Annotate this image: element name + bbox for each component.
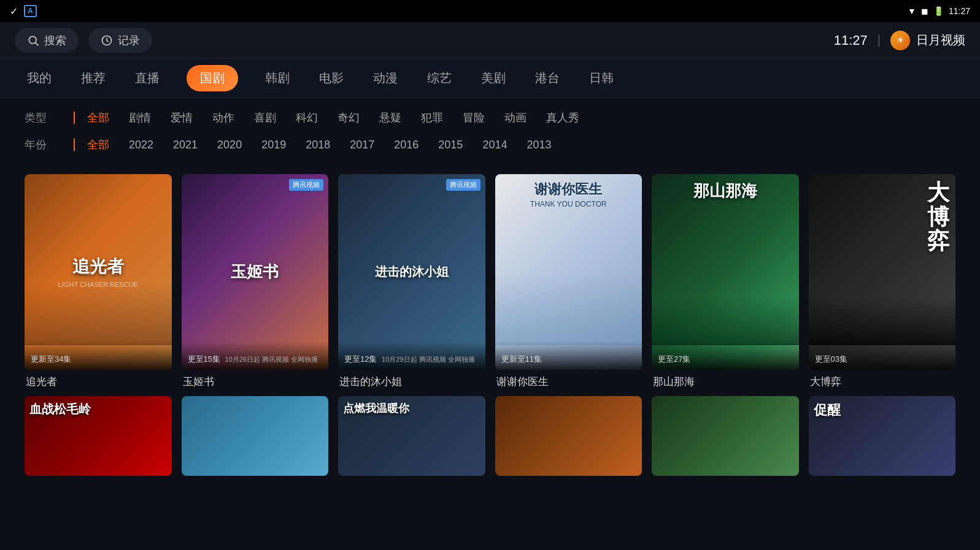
year-filter-label: 年份	[25, 137, 61, 152]
show-title-5: 那山那海	[652, 375, 799, 389]
category-tabs: 我的 推荐 直播 国剧 韩剧 电影 动漫 综艺 美剧 港台 日韩	[0, 59, 980, 98]
show-poster-10	[495, 396, 642, 476]
show-card-9[interactable]: 点燃我温暖你	[338, 396, 485, 476]
type-filter-options: 全部 剧情 爱情 动作 喜剧 科幻 奇幻 悬疑 犯罪 冒险 动画 真人秀	[87, 110, 579, 125]
nav-divider: |	[878, 33, 881, 47]
tab-chinese[interactable]: 国剧	[187, 65, 238, 91]
type-realityshow[interactable]: 真人秀	[546, 110, 579, 125]
show-grid-row2: 血战松毛岭 点燃我温暖你 促醒	[25, 396, 955, 476]
type-adventure[interactable]: 冒险	[463, 110, 485, 125]
year-2021[interactable]: 2021	[173, 139, 198, 151]
year-filter-divider	[74, 139, 75, 151]
show-poster-1: 追光者 LIGHT CHASER RESCUE 更新至34集	[25, 174, 172, 370]
show-poster-inner-1: 追光者 LIGHT CHASER RESCUE	[25, 174, 172, 370]
year-2013[interactable]: 2013	[527, 139, 551, 151]
show-card-4[interactable]: 谢谢你医生 THANK YOU DOCTOR 更新至11集 谢谢你医生	[495, 174, 642, 389]
year-filter-options: 全部 2022 2021 2020 2019 2018 2017 2016 20…	[87, 137, 551, 152]
show-card-12[interactable]: 促醒	[809, 396, 956, 476]
top-nav: 搜索 记录 11:27 | ☀ 日月视频	[0, 22, 980, 59]
show-card-2[interactable]: 腾讯视频 玉姬书 更至15集 10月26日起 腾讯视频 全网独播 玉姬书	[182, 174, 329, 389]
tab-live[interactable]: 直播	[133, 65, 162, 91]
show-card-8[interactable]	[182, 396, 329, 476]
tab-recommend[interactable]: 推荐	[79, 65, 108, 91]
type-all[interactable]: 全部	[87, 110, 109, 125]
type-mystery[interactable]: 悬疑	[379, 110, 401, 125]
show-badge-6: 更至03集	[809, 342, 956, 370]
top-nav-right: 11:27 | ☀ 日月视频	[834, 31, 965, 50]
show-poster-4: 谢谢你医生 THANK YOU DOCTOR 更新至11集	[495, 174, 642, 370]
type-crime[interactable]: 犯罪	[421, 110, 443, 125]
year-2016[interactable]: 2016	[394, 139, 419, 151]
type-comedy[interactable]: 喜剧	[254, 110, 276, 125]
tab-anime[interactable]: 动漫	[371, 65, 400, 91]
show-card-11[interactable]	[652, 396, 799, 476]
year-2022[interactable]: 2022	[129, 139, 153, 151]
year-2015[interactable]: 2015	[438, 139, 463, 151]
show-title-2: 玉姬书	[182, 375, 329, 389]
show-badge-2: 更至15集 10月26日起 腾讯视频 全网独播	[182, 342, 329, 370]
show-badge-5: 更至27集	[652, 342, 799, 370]
show-card-5[interactable]: 那山那海 更至27集 那山那海	[652, 174, 799, 389]
type-filter-divider	[74, 112, 75, 124]
type-filter-row: 类型 全部 剧情 爱情 动作 喜剧 科幻 奇幻 悬疑 犯罪 冒险 动画 真人秀	[25, 104, 955, 131]
type-scifi[interactable]: 科幻	[296, 110, 318, 125]
content-area: 追光者 LIGHT CHASER RESCUE 更新至34集 追光者 腾讯视频	[0, 164, 980, 486]
show-card-3[interactable]: 腾讯视频 进击的沐小姐 更至12集 10月29日起 腾讯视频 全网独播 进击的沐…	[338, 174, 485, 389]
svg-line-1	[35, 42, 38, 45]
type-fantasy[interactable]: 奇幻	[338, 110, 360, 125]
show-card-7[interactable]: 血战松毛岭	[25, 396, 172, 476]
tab-us[interactable]: 美剧	[479, 65, 508, 91]
show-poster-3: 腾讯视频 进击的沐小姐 更至12集 10月29日起 腾讯视频 全网独播	[338, 174, 485, 370]
brand-icon: ☀	[890, 31, 910, 50]
show-title-1: 追光者	[25, 375, 172, 389]
history-button[interactable]: 记录	[88, 28, 152, 53]
nav-time: 11:27	[834, 32, 868, 48]
type-action[interactable]: 动作	[212, 110, 234, 125]
history-label: 记录	[118, 33, 140, 48]
type-filter-label: 类型	[25, 110, 61, 125]
search-label: 搜索	[44, 33, 66, 48]
wifi-icon: ▼	[908, 6, 916, 16]
show-poster-11	[652, 396, 799, 476]
tab-variety[interactable]: 综艺	[425, 65, 454, 91]
year-2019[interactable]: 2019	[261, 139, 286, 151]
show-poster-inner-4: 谢谢你医生 THANK YOU DOCTOR	[495, 174, 642, 370]
show-card-6[interactable]: 大博弈 更至03集 大博弈	[809, 174, 956, 389]
tab-movie[interactable]: 电影	[317, 65, 346, 91]
year-2020[interactable]: 2020	[217, 139, 242, 151]
show-title-6: 大博弈	[809, 375, 956, 389]
status-bar-left: ✓ A	[10, 5, 37, 17]
history-icon	[101, 34, 113, 47]
year-filter-row: 年份 全部 2022 2021 2020 2019 2018 2017 2016…	[25, 131, 955, 158]
show-poster-inner-2: 腾讯视频 玉姬书	[182, 174, 329, 370]
brand-logo: ☀ 日月视频	[890, 31, 965, 50]
show-badge-3: 更至12集 10月29日起 腾讯视频 全网独播	[338, 342, 485, 370]
tab-japkor[interactable]: 日韩	[587, 65, 616, 91]
signal-icon: ◼	[921, 6, 928, 16]
tab-korean[interactable]: 韩剧	[263, 65, 292, 91]
tab-my[interactable]: 我的	[25, 65, 54, 91]
show-card-10[interactable]	[495, 396, 642, 476]
show-poster-inner-3: 腾讯视频 进击的沐小姐	[338, 174, 485, 370]
type-drama[interactable]: 剧情	[129, 110, 151, 125]
status-time: 11:27	[949, 6, 970, 16]
search-button[interactable]: 搜索	[15, 28, 79, 53]
show-badge-1: 更新至34集	[25, 342, 172, 370]
type-romance[interactable]: 爱情	[171, 110, 193, 125]
show-title-4: 谢谢你医生	[495, 375, 642, 389]
check-icon: ✓	[10, 6, 18, 17]
show-card-1[interactable]: 追光者 LIGHT CHASER RESCUE 更新至34集 追光者	[25, 174, 172, 389]
year-all[interactable]: 全部	[87, 137, 109, 152]
show-poster-9: 点燃我温暖你	[338, 396, 485, 476]
a-icon: A	[24, 5, 37, 17]
year-2017[interactable]: 2017	[350, 139, 374, 151]
show-grid-row1: 追光者 LIGHT CHASER RESCUE 更新至34集 追光者 腾讯视频	[25, 174, 955, 389]
year-2018[interactable]: 2018	[306, 139, 330, 151]
status-bar: ✓ A ▼ ◼ 🔋 11:27	[0, 0, 980, 22]
tab-hktw[interactable]: 港台	[533, 65, 562, 91]
brand-name: 日月视频	[916, 32, 965, 48]
type-animation[interactable]: 动画	[504, 110, 527, 125]
show-badge-4: 更新至11集	[495, 342, 642, 370]
battery-icon: 🔋	[933, 6, 944, 16]
year-2014[interactable]: 2014	[482, 139, 507, 151]
